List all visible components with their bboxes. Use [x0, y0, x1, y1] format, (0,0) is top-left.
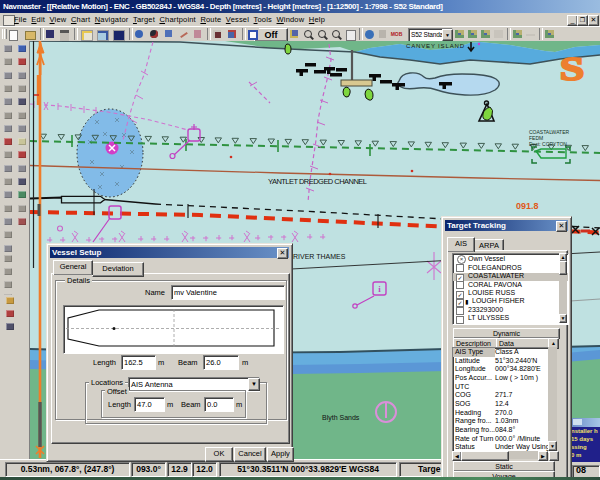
svg-text:RIVER THAMES: RIVER THAMES	[293, 253, 346, 260]
svg-text:CANVEY ISLAND: CANVEY ISLAND	[406, 43, 465, 49]
svg-text:Blyth Sands: Blyth Sands	[322, 414, 360, 422]
svg-text:Dest: CORYTON: Dest: CORYTON	[529, 141, 567, 147]
svg-text:YANTLET DREDGED CHANNEL: YANTLET DREDGED CHANNEL	[268, 177, 367, 186]
svg-text:091.8: 091.8	[516, 201, 539, 211]
svg-text:S: S	[560, 50, 585, 88]
